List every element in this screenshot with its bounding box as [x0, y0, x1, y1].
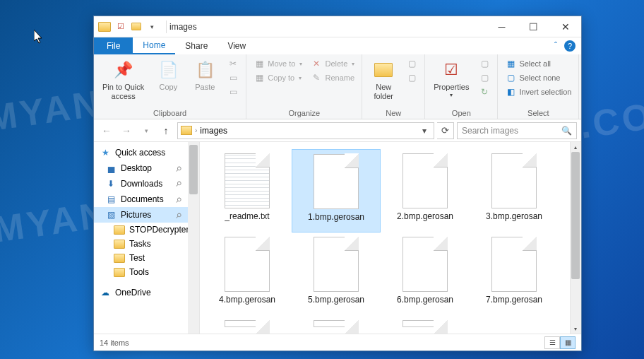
- file-thumbnail: [491, 153, 537, 208]
- tab-file[interactable]: File: [94, 37, 133, 54]
- sidebar-downloads[interactable]: ⬇Downloads⚲: [94, 176, 199, 192]
- address-bar[interactable]: › images ▾: [177, 122, 434, 139]
- folder-icon: [114, 240, 125, 249]
- search-icon: 🔍: [561, 126, 572, 136]
- scroll-down-icon[interactable]: ▾: [570, 324, 581, 334]
- new-folder-button[interactable]: New folder: [366, 57, 400, 102]
- file-item[interactable]: [292, 316, 381, 334]
- help-icon[interactable]: ?: [564, 40, 576, 52]
- file-name: _readme.txt: [225, 211, 269, 221]
- sidebar-stopdecrypter[interactable]: STOPDecrypter: [94, 223, 199, 237]
- back-button[interactable]: ←: [98, 122, 115, 139]
- newitem-icon: ▢: [406, 58, 417, 69]
- shortcut-icon: ▭: [227, 86, 239, 98]
- rename-button[interactable]: ✎Rename: [308, 71, 357, 84]
- easy-access-button[interactable]: ▢: [403, 71, 420, 84]
- group-organize: ▦Move to▾ ▦Copy to▾ ✕Delete▾ ✎Rename Org…: [246, 54, 362, 119]
- file-item[interactable]: 1.bmp.gerosan: [292, 149, 381, 233]
- tab-share[interactable]: Share: [175, 37, 217, 54]
- new-folder-icon: [372, 59, 395, 81]
- folder-icon: [114, 254, 125, 263]
- sidebar-pictures[interactable]: ▧Pictures⚲: [94, 207, 199, 223]
- path-icon: ▭: [227, 72, 239, 83]
- qat-dropdown-icon[interactable]: ▾: [146, 21, 157, 33]
- invert-selection-button[interactable]: ◧Invert selection: [502, 86, 574, 98]
- scrollbar-thumb[interactable]: [571, 152, 580, 279]
- copy-to-button[interactable]: ▦Copy to▾: [251, 71, 305, 84]
- tab-view[interactable]: View: [217, 37, 256, 54]
- window-controls: ─ ☐ ✕: [486, 16, 581, 37]
- refresh-button[interactable]: ⟳: [437, 122, 454, 139]
- sidebar-scrollbar[interactable]: [188, 142, 199, 334]
- breadcrumb[interactable]: images: [200, 126, 227, 136]
- qat-newfolder-icon[interactable]: [131, 21, 142, 33]
- paste-button[interactable]: 📋 Paste: [188, 57, 222, 93]
- tab-home[interactable]: Home: [133, 37, 175, 54]
- history-button[interactable]: ↻: [476, 86, 493, 98]
- view-details-button[interactable]: ☰: [544, 336, 560, 349]
- copy-path-button[interactable]: ▭: [225, 71, 242, 84]
- ribbon-tabs: File Home Share View ˆ ?: [94, 37, 581, 54]
- cut-button[interactable]: ✂: [225, 57, 242, 70]
- group-new: New folder ▢ ▢ New: [362, 54, 425, 119]
- sidebar-test[interactable]: Test: [94, 251, 199, 265]
- move-to-button[interactable]: ▦Move to▾: [251, 57, 305, 70]
- close-button[interactable]: ✕: [549, 16, 581, 37]
- collapse-ribbon-icon[interactable]: ˆ: [550, 37, 561, 54]
- scroll-up-icon[interactable]: ▴: [570, 142, 581, 152]
- sidebar-tasks[interactable]: Tasks: [94, 237, 199, 251]
- copy-button[interactable]: 📄 Copy: [151, 57, 185, 93]
- file-list[interactable]: _readme.txt1.bmp.gerosan2.bmp.gerosan3.b…: [200, 142, 581, 334]
- moveto-icon: ▦: [254, 58, 265, 69]
- select-none-button[interactable]: ▢Select none: [502, 71, 574, 84]
- paste-shortcut-button[interactable]: ▭: [225, 86, 242, 98]
- view-large-icons-button[interactable]: ▦: [560, 336, 576, 349]
- properties-button[interactable]: ☑ Properties ▾: [429, 57, 473, 100]
- pin-to-quick-access-button[interactable]: 📌 Pin to Quick access: [98, 57, 148, 102]
- sidebar-tools[interactable]: Tools: [94, 265, 199, 279]
- pin-icon: ⚲: [174, 180, 183, 189]
- scrollbar-thumb[interactable]: [189, 145, 198, 194]
- file-item[interactable]: 4.bmp.gerosan: [203, 233, 292, 316]
- file-item[interactable]: [203, 316, 292, 334]
- new-item-button[interactable]: ▢: [403, 57, 420, 70]
- file-thumbnail: [402, 237, 448, 292]
- sidebar-onedrive[interactable]: ☁OneDrive: [94, 285, 199, 300]
- file-item[interactable]: 6.bmp.gerosan: [381, 233, 470, 316]
- recent-dropdown[interactable]: ▾: [138, 122, 155, 139]
- documents-icon: ▤: [105, 194, 117, 205]
- file-item[interactable]: 5.bmp.gerosan: [292, 233, 381, 316]
- file-thumbnail: [402, 320, 448, 327]
- clipboard-extra: ✂ ▭ ▭: [225, 57, 242, 98]
- forward-button[interactable]: →: [118, 122, 135, 139]
- selectall-icon: ▦: [505, 58, 516, 69]
- open-button[interactable]: ▢: [476, 57, 493, 70]
- content-scrollbar[interactable]: ▴ ▾: [570, 142, 581, 334]
- sidebar-quick-access[interactable]: ★Quick access: [94, 145, 199, 160]
- quick-access-toolbar: ☑ ▾: [115, 21, 157, 33]
- file-item[interactable]: [381, 316, 470, 334]
- titlebar[interactable]: ☑ ▾ images ─ ☐ ✕: [94, 16, 581, 37]
- qat-properties-icon[interactable]: ☑: [115, 21, 126, 33]
- minimize-button[interactable]: ─: [486, 16, 518, 37]
- address-dropdown-icon[interactable]: ▾: [418, 126, 431, 136]
- sidebar-desktop[interactable]: ▅Desktop⚲: [94, 160, 199, 176]
- properties-icon: ☑: [440, 59, 463, 81]
- history-icon: ↻: [479, 86, 490, 98]
- file-item[interactable]: 2.bmp.gerosan: [381, 149, 470, 233]
- delete-button[interactable]: ✕Delete▾: [308, 57, 357, 70]
- select-all-button[interactable]: ▦Select all: [502, 57, 574, 70]
- copyto-icon: ▦: [254, 72, 265, 83]
- file-item[interactable]: 7.bmp.gerosan: [470, 233, 559, 316]
- up-button[interactable]: ↑: [157, 122, 174, 139]
- file-item[interactable]: 3.bmp.gerosan: [470, 149, 559, 233]
- search-box[interactable]: Search images 🔍: [457, 122, 577, 139]
- ribbon: 📌 Pin to Quick access 📄 Copy 📋 Paste ✂ ▭…: [94, 54, 581, 119]
- file-item[interactable]: _readme.txt: [203, 149, 292, 233]
- pin-icon: ⚲: [174, 211, 183, 220]
- body: ★Quick access ▅Desktop⚲ ⬇Downloads⚲ ▤Doc…: [94, 142, 581, 334]
- edit-button[interactable]: ▢: [476, 71, 493, 84]
- maximize-button[interactable]: ☐: [518, 16, 549, 37]
- sidebar-documents[interactable]: ▤Documents⚲: [94, 192, 199, 207]
- navigation-pane: ★Quick access ▅Desktop⚲ ⬇Downloads⚲ ▤Doc…: [94, 142, 200, 334]
